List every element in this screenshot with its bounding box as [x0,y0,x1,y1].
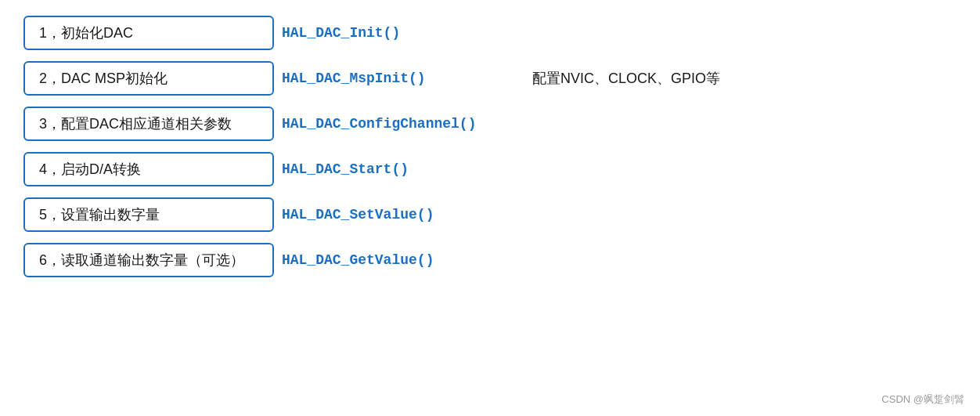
func-name-2: HAL_DAC_MspInit() [282,71,501,86]
step-row-6: 6，读取通道输出数字量（可选）HAL_DAC_GetValue() [23,243,957,277]
func-name-5: HAL_DAC_SetValue() [282,207,501,222]
step-label-3: 3，配置DAC相应通道相关参数 [39,114,232,133]
step-row-2: 2，DAC MSP初始化HAL_DAC_MspInit()配置NVIC、CLOC… [23,61,957,96]
step-box-5: 5，设置输出数字量 [23,197,274,232]
step-row-5: 5，设置输出数字量HAL_DAC_SetValue() [23,197,957,232]
step-row-1: 1，初始化DACHAL_DAC_Init() [23,16,957,50]
step-label-2: 2，DAC MSP初始化 [39,69,168,88]
func-name-4: HAL_DAC_Start() [282,161,501,177]
step-box-6: 6，读取通道输出数字量（可选） [23,243,274,277]
func-name-3: HAL_DAC_ConfigChannel() [282,116,501,132]
step-label-5: 5，设置输出数字量 [39,205,160,224]
step-label-1: 1，初始化DAC [39,24,133,42]
step-label-6: 6，读取通道输出数字量（可选） [39,251,244,269]
step-row-4: 4，启动D/A转换HAL_DAC_Start() [23,152,957,186]
step-box-2: 2，DAC MSP初始化 [23,61,274,96]
step-box-1: 1，初始化DAC [23,16,274,50]
step-box-3: 3，配置DAC相应通道相关参数 [23,107,274,141]
note-text-2: 配置NVIC、CLOCK、GPIO等 [532,69,720,88]
func-name-1: HAL_DAC_Init() [282,25,501,41]
watermark: CSDN @飒踅剑髾 [881,392,964,407]
step-box-4: 4，启动D/A转换 [23,152,274,186]
step-row-3: 3，配置DAC相应通道相关参数HAL_DAC_ConfigChannel() [23,107,957,141]
func-name-6: HAL_DAC_GetValue() [282,252,501,268]
main-container: 1，初始化DACHAL_DAC_Init()2，DAC MSP初始化HAL_DA… [0,0,980,416]
step-label-4: 4，启动D/A转换 [39,160,141,179]
